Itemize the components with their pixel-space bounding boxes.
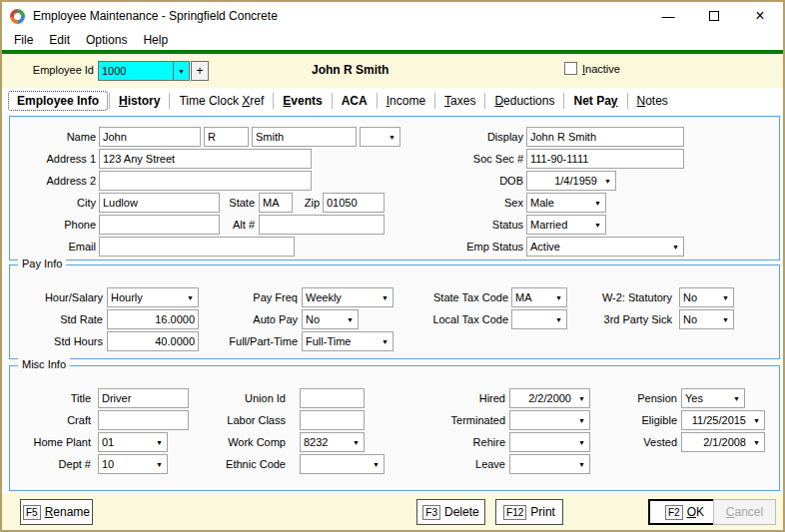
menu-help[interactable]: Help [135,31,176,49]
vested-date-combobox[interactable]: 2/1/2008▼ [681,432,765,452]
employee-id-combobox[interactable]: 1000 ▼ [98,61,190,81]
pay-info-groupbox: Pay Info Hour/Salary Hourly▼ Std Rate St… [9,265,780,359]
dept-combobox[interactable]: 10▼ [98,454,168,474]
ok-button[interactable]: F2 OK [648,499,721,525]
emp-status-combobox[interactable]: Active▼ [526,237,684,257]
work-comp-label: Work Comp [198,432,286,452]
chevron-down-icon: ▼ [574,439,589,446]
title-field[interactable] [98,388,189,408]
email-field[interactable] [99,237,295,257]
minimize-icon[interactable]: — [645,2,691,30]
status-label: Status [422,215,523,235]
chevron-down-icon: ▼ [729,395,744,402]
title-bar: Employee Maintenance - Springfield Concr… [2,2,783,30]
auto-pay-combobox[interactable]: No▼ [302,309,359,329]
tab-separator [273,93,274,109]
ssn-field[interactable] [526,149,684,169]
dept-label: Dept # [10,454,91,474]
menu-options[interactable]: Options [78,31,135,49]
union-id-label: Union Id [198,388,286,408]
close-icon[interactable]: × [737,2,783,30]
std-hours-label: Std Hours [10,331,103,351]
inactive-checkbox[interactable] [564,62,577,75]
dob-combobox[interactable]: 1/4/1959▼ [526,171,616,191]
status-combobox[interactable]: Married▼ [526,215,606,235]
display-label: Display [422,127,523,147]
craft-field[interactable] [98,410,189,430]
home-plant-combobox[interactable]: 01▼ [98,432,168,452]
chevron-down-icon: ▼ [574,461,589,468]
tab-employee-info[interactable]: Employee Info [8,91,108,111]
chevron-down-icon: ▼ [590,222,605,229]
chevron-down-icon: ▼ [574,395,589,402]
zip-label: Zip [298,193,320,213]
chevron-down-icon: ▼ [668,244,683,251]
w2-statutory-combobox[interactable]: No▼ [679,287,734,307]
last-name-field[interactable] [252,127,357,147]
middle-initial-field[interactable] [204,127,249,147]
chevron-down-icon: ▼ [385,134,399,141]
state-field[interactable] [259,193,293,213]
rename-button[interactable]: F5 Rename [20,499,93,525]
pay-freq-combobox[interactable]: Weekly▼ [302,287,393,307]
full-part-time-combobox[interactable]: Full-Time▼ [302,331,393,351]
address1-field[interactable] [99,149,312,169]
chevron-down-icon: ▼ [378,294,392,301]
terminated-date-combobox[interactable]: ▼ [509,410,590,430]
menu-edit[interactable]: Edit [41,31,78,49]
tab-events[interactable]: Events [275,92,330,110]
eligible-date-combobox[interactable]: 11/25/2015▼ [681,410,765,430]
tab-income[interactable]: Income [379,92,433,110]
print-button[interactable]: F12 Print [495,499,563,525]
local-tax-code-combobox[interactable]: ▼ [511,309,567,329]
rehire-date-combobox[interactable]: ▼ [509,432,590,452]
tab-separator [563,93,564,109]
hired-date-combobox[interactable]: 2/2/2000▼ [509,388,590,408]
menu-file[interactable]: File [6,31,41,49]
tab-taxes[interactable]: Taxes [436,92,483,110]
f2-key-badge: F2 [665,505,683,520]
suffix-combobox[interactable]: ▼ [360,127,400,147]
ssn-label: Soc Sec # [422,149,523,169]
zip-field[interactable] [323,193,385,213]
labor-class-field[interactable] [300,410,365,430]
ethnic-code-label: Ethnic Code [198,454,286,474]
auto-pay-label: Auto Pay [185,309,298,329]
union-id-field[interactable] [300,388,365,408]
address2-field[interactable] [99,171,312,191]
third-party-sick-combobox[interactable]: No▼ [679,309,734,329]
title-label: Title [10,388,91,408]
eligible-label: Eligible [592,410,677,430]
tab-notes[interactable]: Notes [629,92,676,110]
state-label: State [221,193,255,213]
tab-separator [627,93,628,109]
sex-label: Sex [422,193,523,213]
city-field[interactable] [99,193,220,213]
state-tax-code-combobox[interactable]: MA▼ [511,287,567,307]
ethnic-code-combobox[interactable]: ▼ [300,454,385,474]
tab-net-pay[interactable]: Net Pay [565,92,625,110]
display-name-field[interactable] [526,127,684,147]
chevron-down-icon: ▼ [749,417,764,424]
first-name-field[interactable] [99,127,201,147]
add-employee-button[interactable]: + [191,61,209,81]
phone-label: Phone [10,215,96,235]
sex-combobox[interactable]: Male▼ [526,193,606,213]
chevron-down-icon: ▼ [369,461,384,468]
maximize-icon[interactable] [691,2,737,30]
hired-label: Hired [412,388,505,408]
work-comp-combobox[interactable]: 8232▼ [300,432,365,452]
cancel-button: Cancel [713,499,776,525]
delete-button[interactable]: F3 Delete [416,499,485,525]
alt-phone-field[interactable] [259,215,385,235]
pension-combobox[interactable]: Yes▼ [681,388,745,408]
tab-history[interactable]: History [111,92,168,110]
tab-deductions[interactable]: Deductions [486,92,562,110]
chevron-down-icon[interactable]: ▼ [173,62,189,80]
tab-time-clock-xref[interactable]: Time Clock Xref [171,92,272,110]
name-label: Name [10,127,96,147]
third-party-sick-label: 3rd Party Sick [567,309,672,329]
tab-aca[interactable]: ACA [334,92,376,110]
leave-date-combobox[interactable]: ▼ [509,454,590,474]
phone-field[interactable] [99,215,220,235]
